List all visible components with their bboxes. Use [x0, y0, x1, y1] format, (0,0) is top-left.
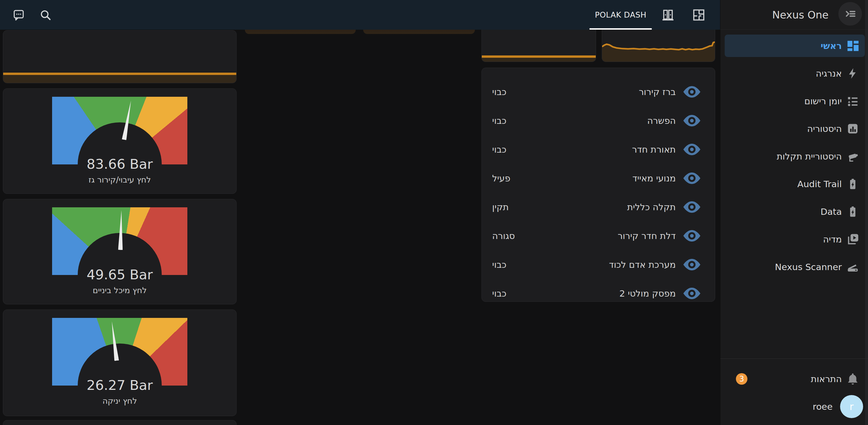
scanner-icon: [846, 260, 860, 274]
main-content: 83.66 Bar לחץ עיבוי/קירור גז 49.65 Bar ל…: [0, 0, 720, 425]
sidebar-item-fault-history[interactable]: היסטוריית תקלות: [720, 143, 868, 170]
search-button[interactable]: [38, 7, 53, 23]
sidebar-item-history[interactable]: היסטוריה: [720, 115, 868, 143]
status-label: תקלה כללית: [627, 202, 676, 212]
status-label: מערכת אדם לכוד: [609, 260, 676, 270]
eye-icon[interactable]: [683, 230, 701, 242]
avatar: r: [840, 395, 863, 418]
status-row: דלת חדר קירור סגורה: [482, 221, 715, 250]
eye-icon[interactable]: [683, 287, 701, 300]
status-label: ברז קירור: [639, 87, 676, 97]
panels-view-button[interactable]: [660, 7, 676, 23]
trend-sparkline: [3, 31, 236, 83]
status-row: מנועי מאייד פעיל: [482, 164, 715, 193]
status-value: פעיל: [492, 173, 510, 183]
status-row: הפשרה כבוי: [482, 106, 715, 135]
chat-bubble-icon: [12, 9, 25, 21]
floorplan-view-button[interactable]: [691, 7, 706, 23]
sidebar-user-row[interactable]: r roee: [720, 393, 868, 420]
list-icon: [846, 94, 860, 108]
status-row: ברז קירור כבוי: [482, 78, 715, 106]
bar-chart-icon: [846, 122, 860, 135]
status-value: כבוי: [492, 260, 506, 270]
status-label: הפשרה: [647, 116, 676, 126]
gauge-value: 83.66 Bar: [3, 156, 236, 173]
sidebar-item-log[interactable]: יומן רישום: [720, 87, 868, 115]
status-value: כבוי: [492, 288, 506, 299]
gauge-panel-partial: [3, 420, 237, 425]
eye-icon[interactable]: [683, 143, 701, 156]
gauge-label: לחץ מיכל ביניים: [3, 285, 236, 296]
status-row: מערכת אדם לכוד כבוי: [482, 250, 715, 279]
indent-menu-icon: [843, 7, 857, 21]
status-value: תקין: [492, 202, 509, 212]
battery-charging-icon: [846, 177, 860, 191]
trend-panel: [3, 30, 237, 83]
gauge-label: לחץ עיבוי/קירור גז: [3, 174, 236, 186]
dashboard-icon: [846, 39, 860, 53]
alerts-count-badge: 3: [736, 373, 747, 385]
status-label: מנועי מאייד: [632, 173, 676, 183]
status-label: תאורת חדר: [632, 144, 676, 155]
sidebar-divider: [720, 359, 868, 359]
eye-icon[interactable]: [683, 86, 701, 98]
gauge-value: 26.27 Bar: [3, 377, 236, 394]
collapse-menu-button[interactable]: [838, 2, 862, 26]
gauge-panel: 83.66 Bar לחץ עיבוי/קירור גז: [3, 88, 237, 194]
sidebar: Nexus One ראשי אנרגיה: [720, 0, 868, 425]
gauge-label: לחץ יניקה: [3, 395, 236, 407]
gauge-value: 49.65 Bar: [3, 266, 236, 283]
sidebar-item-energy[interactable]: אנרגיה: [720, 60, 868, 87]
status-panel: ברז קירור כבוי הפשרה כבוי תאורת חדר כבוי…: [482, 68, 715, 302]
top-bar: POLAK DASH: [0, 0, 720, 30]
bolt-icon: [846, 66, 860, 80]
status-value: סגורה: [492, 231, 515, 241]
media-library-icon: [846, 232, 860, 246]
user-name: roee: [813, 401, 833, 412]
eye-icon[interactable]: [683, 201, 701, 213]
status-value: כבוי: [492, 87, 506, 97]
bell-icon: [846, 372, 860, 386]
floorplan-icon: [691, 7, 706, 23]
eye-icon[interactable]: [683, 172, 701, 185]
sidebar-item-nexus-scanner[interactable]: Nexus Scanner: [720, 253, 868, 281]
sidebar-header: Nexus One: [720, 0, 868, 30]
cctv-icon: [846, 149, 860, 163]
status-value: כבוי: [492, 116, 506, 126]
gauge-panel: 26.27 Bar לחץ יניקה: [3, 309, 237, 416]
gauge-panel: 49.65 Bar לחץ מיכל ביניים: [3, 199, 237, 304]
search-icon: [39, 9, 52, 21]
eye-icon[interactable]: [683, 114, 701, 127]
status-label: מפסק מולטי 2: [619, 288, 676, 299]
sidebar-item-main[interactable]: ראשי: [720, 32, 868, 60]
status-value: כבוי: [492, 144, 506, 155]
status-label: דלת חדר קירור: [618, 231, 676, 241]
tab-polak-dash[interactable]: POLAK DASH: [589, 0, 652, 30]
eye-icon[interactable]: [683, 258, 701, 271]
battery-charging-icon: [846, 205, 860, 218]
sidebar-item-data[interactable]: Data: [720, 198, 868, 225]
status-row: תאורת חדר כבוי: [482, 135, 715, 164]
double-doors-icon: [660, 7, 676, 23]
sidebar-item-media[interactable]: מדיה: [720, 225, 868, 253]
feedback-button[interactable]: [11, 7, 26, 23]
sidebar-item-audit-trail[interactable]: Audit Trail: [720, 170, 868, 198]
status-row: מפסק מולטי 2 כבוי: [482, 279, 715, 302]
status-row: תקלה כללית תקין: [482, 193, 715, 221]
